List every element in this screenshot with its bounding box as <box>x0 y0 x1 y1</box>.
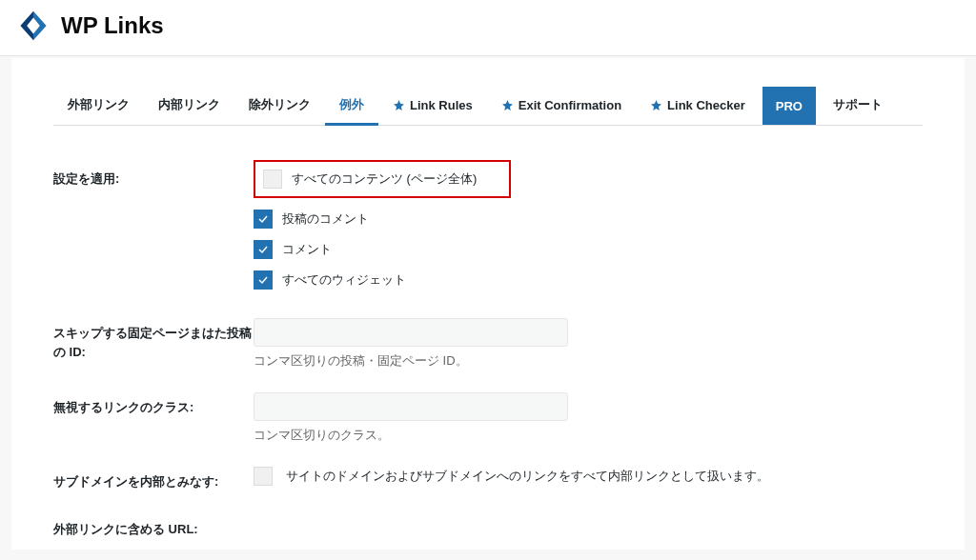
checkbox-checked-icon <box>254 240 273 259</box>
checkbox-subdomain-internal[interactable] <box>254 467 273 486</box>
row-skip-ids: スキップする固定ページまはた投稿の ID: コンマ区切りの投稿・固定ページ ID… <box>53 307 923 381</box>
checkbox-unchecked-icon <box>263 170 282 189</box>
checkbox-label: すべてのウィジェット <box>282 271 406 289</box>
tab-support[interactable]: サポート <box>819 87 897 125</box>
checkbox-all-widgets[interactable]: すべてのウィジェット <box>254 265 923 295</box>
apply-settings-label: 設定を適用: <box>53 164 254 189</box>
include-url-label: 外部リンクに含める URL: <box>53 514 254 539</box>
checkbox-label: 投稿のコメント <box>282 210 369 228</box>
form-area: 設定を適用: すべてのコンテンツ (ページ全体) 投稿のコメント <box>53 126 923 550</box>
checkbox-comments[interactable]: コメント <box>254 234 923 265</box>
star-icon <box>650 99 662 111</box>
tab-pro[interactable]: PRO <box>762 87 816 125</box>
topbar: WP Links <box>0 0 976 56</box>
tab-internal-links[interactable]: 内部リンク <box>144 87 234 125</box>
checkbox-checked-icon <box>254 210 273 229</box>
star-icon <box>393 99 405 111</box>
skip-ids-helper: コンマ区切りの投稿・固定ページ ID。 <box>254 352 923 370</box>
ignore-class-helper: コンマ区切りのクラス。 <box>254 427 923 444</box>
checkbox-post-comments[interactable]: 投稿のコメント <box>254 204 923 234</box>
row-subdomain-internal: サブドメインを内部とみなす: サイトのドメインおよびサブドメインへのリンクをすべ… <box>53 455 923 503</box>
tab-excluded-links[interactable]: 除外リンク <box>234 87 325 125</box>
ignore-class-input[interactable] <box>254 392 568 421</box>
subdomain-internal-helper: サイトのドメインおよびサブドメインへのリンクをすべて内部リンクとして扱います。 <box>286 468 769 485</box>
skip-ids-input[interactable] <box>254 318 568 347</box>
tabs: 外部リンク 内部リンク 除外リンク 例外 Link Rules Exit Con… <box>53 87 923 126</box>
brand-name: WP Links <box>61 12 164 39</box>
row-apply-settings: 設定を適用: すべてのコンテンツ (ページ全体) 投稿のコメント <box>53 152 923 307</box>
tab-external-links[interactable]: 外部リンク <box>53 87 144 125</box>
star-icon <box>501 99 514 111</box>
wp-links-logo-icon <box>17 10 50 42</box>
checkbox-label: コメント <box>282 241 332 258</box>
subdomain-internal-label: サブドメインを内部とみなす: <box>53 467 254 491</box>
row-include-url: 外部リンクに含める URL: <box>53 503 923 550</box>
tab-link-checker[interactable]: Link Checker <box>636 87 760 125</box>
ignore-class-label: 無視するリンクのクラス: <box>53 392 254 417</box>
checkbox-label: すべてのコンテンツ (ページ全体) <box>292 170 477 188</box>
checkbox-checked-icon <box>254 270 273 290</box>
checkbox-all-content[interactable]: すべてのコンテンツ (ページ全体) <box>263 170 477 189</box>
tab-exit-confirmation[interactable]: Exit Confirmation <box>487 87 636 125</box>
highlight-all-content: すべてのコンテンツ (ページ全体) <box>254 160 511 198</box>
tab-link-rules[interactable]: Link Rules <box>378 87 487 125</box>
tab-exceptions[interactable]: 例外 <box>325 87 378 125</box>
row-ignore-class: 無視するリンクのクラス: コンマ区切りのクラス。 <box>53 381 923 455</box>
settings-panel: 外部リンク 内部リンク 除外リンク 例外 Link Rules Exit Con… <box>11 58 965 550</box>
logo: WP Links <box>17 10 164 42</box>
skip-ids-label: スキップする固定ページまはた投稿の ID: <box>53 318 254 361</box>
